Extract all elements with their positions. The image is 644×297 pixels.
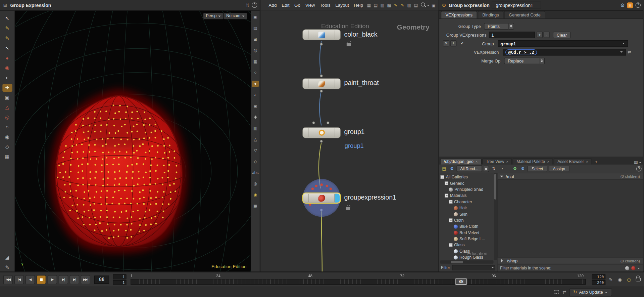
add-item-button[interactable]: + [450,40,456,46]
group-type-dropdown[interactable]: Points [484,23,508,30]
display-icon[interactable]: ▦ [252,58,259,65]
current-frame-marker[interactable]: 88 [455,278,466,284]
chevron-down-icon[interactable] [491,267,494,269]
loop-tool-icon[interactable]: ○ [2,123,12,131]
snap-toolbar-icon[interactable]: ▥ [406,2,412,8]
enable-checkbox[interactable]: ✓ [459,41,465,46]
menu-view[interactable]: View [303,2,317,7]
cursor-tool-icon[interactable]: ↖ [2,44,12,52]
sculpt-tool-icon[interactable]: ✚ [2,84,12,92]
add-vexpression-button[interactable]: + [537,32,543,38]
output-connector[interactable] [320,140,323,143]
collapse-icon[interactable] [449,243,452,247]
group-field[interactable]: group1 [498,40,628,47]
playback-range-start-field[interactable]: 1 [113,274,126,279]
grid-toolbar-icon[interactable]: ▦ [366,2,372,8]
node-label[interactable]: groupexpression1 [344,194,396,201]
chevron-down-icon[interactable] [622,43,625,45]
material-filter-icon[interactable] [625,266,629,270]
select-button[interactable]: Select [528,166,547,172]
tab-vexpressions[interactable]: VEXpressions [441,11,477,18]
delete-item-button[interactable]: × [443,40,449,46]
paint-tool-icon[interactable]: ✎ [2,25,12,32]
current-frame-field[interactable]: 88 [94,275,109,284]
annotate-tool-icon[interactable]: ✎ [2,264,12,271]
new-tab-button[interactable]: + [593,159,600,165]
close-icon[interactable] [547,159,549,164]
viewport-3d-view[interactable] [15,11,251,271]
play-reverse-button[interactable]: ◀ [26,275,35,284]
tab-bindings[interactable]: Bindings [478,11,503,18]
material-filter-icon[interactable] [631,266,635,270]
sync-icon[interactable]: ⇄ [562,289,566,295]
disclosure-triangle[interactable] [500,175,503,179]
close-icon[interactable] [506,159,508,164]
merge-op-spinner[interactable] [539,57,545,64]
group-type-spinner[interactable] [509,23,514,30]
renderer-dropdown[interactable]: All Rend... [456,165,482,172]
color-dots-icon[interactable]: ◉ [616,276,624,283]
keyframe-icon[interactable]: ✎ [607,276,614,283]
gear-icon[interactable]: ⚙ [449,166,455,171]
display-icon[interactable]: ▣ [252,14,259,20]
display-icon[interactable]: ▤ [252,25,259,31]
show-points-icon[interactable]: ● [252,81,259,87]
select-tool-icon[interactable]: ↖ [2,15,12,23]
collapse-icon[interactable] [445,194,448,198]
sort-icon[interactable]: ⇅ [491,166,497,171]
message-bubble-icon[interactable] [554,290,559,294]
realtime-clock-icon[interactable]: ◷ [625,276,633,283]
display-icon[interactable]: ▥ [252,125,259,131]
lighting-icon[interactable]: ◉ [252,192,259,198]
filter-dropdown[interactable] [452,265,495,270]
snap-tool-icon[interactable]: ◉ [2,133,12,141]
tree-item-generic[interactable]: Generic [439,180,497,186]
input-connector[interactable] [327,121,330,124]
collapse-icon[interactable] [445,181,448,185]
menu-help[interactable]: Help [351,2,365,7]
vertical-scrollbar[interactable] [494,173,497,260]
help-icon[interactable] [252,2,257,8]
panel-toolbar-icon[interactable]: ▥ [380,2,386,8]
vexpression-field[interactable]: @Cd.r > .2 [503,49,626,55]
tree-item-all-galleries[interactable]: All Galleries [439,174,497,180]
ring-tool-icon[interactable]: ◎ [2,114,12,121]
menu-layout[interactable]: Layout [333,2,351,7]
menu-tools[interactable]: Tools [317,2,333,7]
display-icon[interactable]: ○ [252,70,259,76]
mosaic-toolbar-icon[interactable]: ▩ [386,2,392,8]
recycle-icon[interactable]: ♻ [512,166,518,171]
collapse-icon[interactable] [449,200,452,204]
smooth-tool-icon[interactable]: ◉ [2,64,12,72]
disclosure-triangle[interactable] [501,259,505,262]
viewport-canvas[interactable]: Persp No cam y Education Edition [15,11,251,271]
close-icon[interactable] [586,159,588,164]
deform-tool-icon[interactable]: △ [2,104,12,112]
camera-select-dropdown[interactable]: No cam [224,13,247,19]
tree-item-blue-cloth[interactable]: Blue Cloth [439,223,497,229]
erase-tool-icon[interactable]: ◐ [2,74,12,82]
tab-material-palette[interactable]: Material Palette [513,158,553,164]
folder-icon[interactable]: ▤ [441,166,447,171]
tab-obj-dragon-geo[interactable]: /obj/dragon_geo [440,158,482,164]
collapse-icon[interactable] [441,175,444,179]
display-icon[interactable]: ◇ [252,158,259,164]
menu-go[interactable]: Go [292,2,303,7]
mat-context-row[interactable]: /mat (0 children) [498,173,643,180]
display-options-icon[interactable] [246,2,249,8]
tree-item-cloth[interactable]: Cloth [439,217,497,223]
tree-item-glass[interactable]: Glass [439,242,497,248]
input-connector[interactable] [320,75,323,78]
gear-icon[interactable]: ⚙ [620,2,625,8]
unlock-icon[interactable] [636,278,641,281]
help-icon[interactable] [635,2,641,8]
corner-tool-icon[interactable]: ◢ [2,254,12,261]
display-icon[interactable]: ⊞ [252,36,259,42]
input-connector[interactable] [312,121,315,124]
play-button[interactable]: ▶ [48,275,57,284]
display-icon[interactable]: ◎ [252,181,259,187]
tree-item-principled-shader[interactable]: Principled Shad [439,186,497,193]
tree-item-materials[interactable]: Materials [439,193,497,199]
output-connector[interactable] [320,90,323,93]
assign-button[interactable]: Assign [549,166,569,172]
